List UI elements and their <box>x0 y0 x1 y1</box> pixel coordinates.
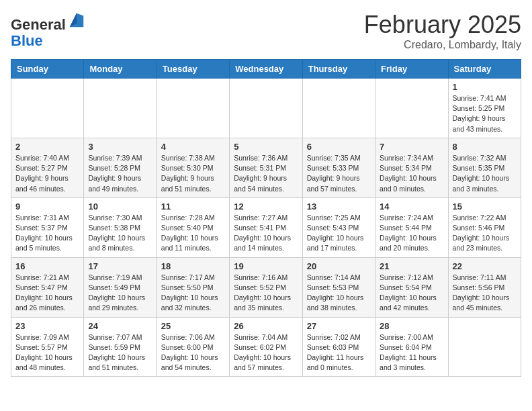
calendar-cell: 28Sunrise: 7:00 AM Sunset: 6:04 PM Dayli… <box>375 317 448 377</box>
calendar-cell: 21Sunrise: 7:12 AM Sunset: 5:54 PM Dayli… <box>375 257 448 317</box>
calendar-cell <box>375 79 448 138</box>
calendar-cell: 5Sunrise: 7:36 AM Sunset: 5:31 PM Daylig… <box>230 138 302 197</box>
calendar-header-saturday: Saturday <box>448 60 521 79</box>
day-info: Sunrise: 7:14 AM Sunset: 5:53 PM Dayligh… <box>307 273 371 314</box>
calendar-week-row: 16Sunrise: 7:21 AM Sunset: 5:47 PM Dayli… <box>11 257 521 317</box>
month-title: February 2025 <box>364 11 521 39</box>
calendar-cell: 16Sunrise: 7:21 AM Sunset: 5:47 PM Dayli… <box>11 257 84 317</box>
calendar-header-wednesday: Wednesday <box>230 60 302 79</box>
calendar-cell: 13Sunrise: 7:25 AM Sunset: 5:43 PM Dayli… <box>302 197 375 257</box>
day-number: 6 <box>307 142 371 152</box>
day-info: Sunrise: 7:25 AM Sunset: 5:43 PM Dayligh… <box>307 213 371 254</box>
location-title: Credaro, Lombardy, Italy <box>364 39 521 51</box>
day-number: 5 <box>234 142 298 152</box>
calendar-cell: 18Sunrise: 7:17 AM Sunset: 5:50 PM Dayli… <box>157 257 229 317</box>
logo-blue-text: Blue <box>11 32 43 49</box>
calendar-header-monday: Monday <box>84 60 157 79</box>
title-block: February 2025 Credaro, Lombardy, Italy <box>364 11 521 51</box>
day-info: Sunrise: 7:17 AM Sunset: 5:50 PM Dayligh… <box>161 273 225 314</box>
calendar-header-thursday: Thursday <box>302 60 375 79</box>
calendar-cell: 3Sunrise: 7:39 AM Sunset: 5:28 PM Daylig… <box>84 138 157 197</box>
day-info: Sunrise: 7:38 AM Sunset: 5:30 PM Dayligh… <box>161 153 225 194</box>
calendar-cell: 19Sunrise: 7:16 AM Sunset: 5:52 PM Dayli… <box>230 257 302 317</box>
calendar-cell <box>230 79 302 138</box>
day-number: 14 <box>380 201 443 212</box>
day-number: 11 <box>161 201 225 212</box>
day-info: Sunrise: 7:16 AM Sunset: 5:52 PM Dayligh… <box>234 273 298 314</box>
day-info: Sunrise: 7:34 AM Sunset: 5:34 PM Dayligh… <box>380 153 443 194</box>
calendar-cell: 22Sunrise: 7:11 AM Sunset: 5:56 PM Dayli… <box>448 257 521 317</box>
day-number: 20 <box>307 261 371 271</box>
day-number: 15 <box>453 201 517 212</box>
day-info: Sunrise: 7:40 AM Sunset: 5:27 PM Dayligh… <box>15 153 79 194</box>
calendar-cell <box>302 79 375 138</box>
day-number: 23 <box>15 321 79 331</box>
calendar-cell: 17Sunrise: 7:19 AM Sunset: 5:49 PM Dayli… <box>84 257 157 317</box>
day-info: Sunrise: 7:09 AM Sunset: 5:57 PM Dayligh… <box>15 332 79 373</box>
calendar-cell: 20Sunrise: 7:14 AM Sunset: 5:53 PM Dayli… <box>302 257 375 317</box>
day-number: 9 <box>15 201 79 212</box>
calendar-cell: 6Sunrise: 7:35 AM Sunset: 5:33 PM Daylig… <box>302 138 375 197</box>
day-number: 16 <box>15 261 79 271</box>
day-info: Sunrise: 7:12 AM Sunset: 5:54 PM Dayligh… <box>380 273 443 314</box>
day-number: 1 <box>453 82 517 92</box>
page-header: General Blue February 2025 Credaro, Lomb… <box>11 11 521 51</box>
day-info: Sunrise: 7:35 AM Sunset: 5:33 PM Dayligh… <box>307 153 371 194</box>
calendar-cell: 7Sunrise: 7:34 AM Sunset: 5:34 PM Daylig… <box>375 138 448 197</box>
day-number: 17 <box>88 261 152 271</box>
day-number: 10 <box>88 201 152 212</box>
day-info: Sunrise: 7:39 AM Sunset: 5:28 PM Dayligh… <box>88 153 152 194</box>
day-info: Sunrise: 7:30 AM Sunset: 5:38 PM Dayligh… <box>88 213 152 254</box>
calendar-cell: 27Sunrise: 7:02 AM Sunset: 6:03 PM Dayli… <box>302 317 375 377</box>
day-info: Sunrise: 7:02 AM Sunset: 6:03 PM Dayligh… <box>307 332 371 373</box>
calendar-header-row: SundayMondayTuesdayWednesdayThursdayFrid… <box>11 60 521 79</box>
day-info: Sunrise: 7:27 AM Sunset: 5:41 PM Dayligh… <box>234 213 298 254</box>
day-number: 21 <box>380 261 443 271</box>
calendar-cell: 1Sunrise: 7:41 AM Sunset: 5:25 PM Daylig… <box>448 79 521 138</box>
calendar-cell: 24Sunrise: 7:07 AM Sunset: 5:59 PM Dayli… <box>84 317 157 377</box>
calendar-week-row: 1Sunrise: 7:41 AM Sunset: 5:25 PM Daylig… <box>11 79 521 138</box>
calendar-cell <box>84 79 157 138</box>
day-info: Sunrise: 7:41 AM Sunset: 5:25 PM Dayligh… <box>453 93 517 134</box>
calendar-week-row: 9Sunrise: 7:31 AM Sunset: 5:37 PM Daylig… <box>11 197 521 257</box>
calendar-header-tuesday: Tuesday <box>157 60 229 79</box>
day-number: 4 <box>161 142 225 152</box>
calendar-cell <box>157 79 229 138</box>
calendar-cell: 2Sunrise: 7:40 AM Sunset: 5:27 PM Daylig… <box>11 138 84 197</box>
calendar-cell: 10Sunrise: 7:30 AM Sunset: 5:38 PM Dayli… <box>84 197 157 257</box>
logo-icon <box>67 11 86 30</box>
day-number: 19 <box>234 261 298 271</box>
day-info: Sunrise: 7:19 AM Sunset: 5:49 PM Dayligh… <box>88 273 152 314</box>
day-number: 24 <box>88 321 152 331</box>
day-number: 8 <box>453 142 517 152</box>
day-info: Sunrise: 7:28 AM Sunset: 5:40 PM Dayligh… <box>161 213 225 254</box>
calendar-cell <box>448 317 521 377</box>
calendar-cell: 8Sunrise: 7:32 AM Sunset: 5:35 PM Daylig… <box>448 138 521 197</box>
day-info: Sunrise: 7:06 AM Sunset: 6:00 PM Dayligh… <box>161 332 225 373</box>
calendar-cell: 26Sunrise: 7:04 AM Sunset: 6:02 PM Dayli… <box>230 317 302 377</box>
calendar-header-sunday: Sunday <box>11 60 84 79</box>
calendar-week-row: 23Sunrise: 7:09 AM Sunset: 5:57 PM Dayli… <box>11 317 521 377</box>
day-info: Sunrise: 7:24 AM Sunset: 5:44 PM Dayligh… <box>380 213 443 254</box>
logo-general-text: General <box>11 16 66 33</box>
calendar-table: SundayMondayTuesdayWednesdayThursdayFrid… <box>11 59 521 377</box>
calendar-cell <box>11 79 84 138</box>
day-number: 3 <box>88 142 152 152</box>
day-info: Sunrise: 7:32 AM Sunset: 5:35 PM Dayligh… <box>453 153 517 194</box>
day-number: 28 <box>380 321 443 331</box>
day-number: 27 <box>307 321 371 331</box>
day-info: Sunrise: 7:21 AM Sunset: 5:47 PM Dayligh… <box>15 273 79 314</box>
day-number: 22 <box>453 261 517 271</box>
day-number: 12 <box>234 201 298 212</box>
day-number: 7 <box>380 142 443 152</box>
calendar-cell: 11Sunrise: 7:28 AM Sunset: 5:40 PM Dayli… <box>157 197 229 257</box>
calendar-week-row: 2Sunrise: 7:40 AM Sunset: 5:27 PM Daylig… <box>11 138 521 197</box>
day-info: Sunrise: 7:04 AM Sunset: 6:02 PM Dayligh… <box>234 332 298 373</box>
calendar-cell: 23Sunrise: 7:09 AM Sunset: 5:57 PM Dayli… <box>11 317 84 377</box>
day-number: 2 <box>15 142 79 152</box>
calendar-cell: 4Sunrise: 7:38 AM Sunset: 5:30 PM Daylig… <box>157 138 229 197</box>
calendar-cell: 9Sunrise: 7:31 AM Sunset: 5:37 PM Daylig… <box>11 197 84 257</box>
day-number: 25 <box>161 321 225 331</box>
calendar-cell: 14Sunrise: 7:24 AM Sunset: 5:44 PM Dayli… <box>375 197 448 257</box>
day-info: Sunrise: 7:11 AM Sunset: 5:56 PM Dayligh… <box>453 273 517 314</box>
